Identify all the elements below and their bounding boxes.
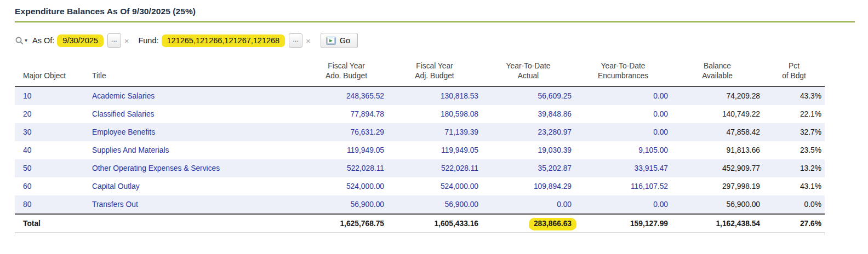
search-dropdown[interactable]: ▾: [15, 36, 27, 45]
cell-ytd-encumbrances: 116,107.52: [575, 177, 671, 195]
fund-clear-icon[interactable]: ×: [306, 37, 311, 45]
ado-budget-link[interactable]: 76,631.29: [351, 128, 384, 136]
major-object-link[interactable]: 60: [23, 182, 31, 190]
cell-major-object: 30: [15, 123, 89, 141]
adj-budget-link[interactable]: 71,139.39: [445, 128, 478, 136]
cell-ytd-actual: 56,609.25: [482, 86, 575, 105]
table-header-row: Major Object Title Fiscal YearAdo. Budge…: [15, 61, 825, 86]
ado-budget-link[interactable]: 248,365.52: [346, 92, 384, 100]
cell-balance-available: 91,813.66: [671, 141, 763, 159]
ytd-encumbrances-link[interactable]: 0.00: [653, 128, 668, 136]
ytd-encumbrances-link[interactable]: 33,915.47: [635, 164, 668, 172]
ytd-actual-link[interactable]: 56,609.25: [538, 92, 572, 100]
title-link[interactable]: Academic Salaries: [92, 92, 155, 100]
cell-pct-of-budget: 22.1%: [763, 105, 825, 123]
ado-budget-link[interactable]: 119,949.05: [347, 146, 384, 154]
cell-balance-available: 47,858.42: [671, 123, 763, 141]
table-row: 50 Other Operating Expenses & Services 5…: [15, 159, 825, 177]
fund-label: Fund:: [138, 36, 158, 45]
as-of-value[interactable]: 9/30/2025: [57, 34, 104, 47]
ytd-encumbrances-link[interactable]: 0.00: [653, 110, 668, 118]
cell-ado-budget: 524,000.00: [305, 177, 387, 195]
cell-balance-available: 452,909.77: [671, 159, 763, 177]
ytd-actual-link[interactable]: 19,030.39: [538, 146, 572, 154]
cell-major-object: 10: [15, 86, 89, 105]
col-header-ytd-actual: Year-To-DateActual: [482, 61, 575, 86]
cell-pct-of-budget: 0.0%: [763, 195, 825, 214]
title-link[interactable]: Classified Salaries: [92, 110, 155, 118]
cell-balance-available: 74,209.28: [671, 86, 763, 105]
cell-major-object: 40: [15, 141, 89, 159]
cell-balance-available: 140,749.22: [671, 105, 763, 123]
title-divider: [15, 21, 855, 22]
major-object-link[interactable]: 50: [23, 164, 31, 172]
ado-budget-link[interactable]: 56,900.00: [351, 200, 384, 209]
fund-picker-button[interactable]: ...: [289, 33, 302, 48]
ytd-encumbrances-link[interactable]: 0.00: [653, 92, 668, 100]
cell-ytd-encumbrances: 0.00: [575, 105, 671, 123]
cell-balance-available: 297,998.19: [671, 177, 763, 195]
fund-value[interactable]: 121265,121266,121267,121268: [162, 34, 285, 47]
cell-major-object: 80: [15, 195, 89, 214]
adj-budget-link[interactable]: 130,818.53: [441, 92, 478, 100]
ytd-actual-link[interactable]: 23,280.97: [538, 128, 572, 136]
cell-adj-budget: 119,949.05: [387, 141, 482, 159]
cell-title: Academic Salaries: [89, 86, 305, 105]
major-object-link[interactable]: 10: [23, 92, 31, 100]
adj-budget-link[interactable]: 524,000.00: [441, 182, 478, 190]
adj-budget-link[interactable]: 522,028.11: [441, 164, 478, 172]
title-link[interactable]: Employee Benefits: [92, 128, 155, 136]
ado-budget-link[interactable]: 522,028.11: [347, 164, 384, 172]
ado-budget-link[interactable]: 524,000.00: [346, 182, 384, 190]
cell-major-object: 50: [15, 159, 89, 177]
page-title: Expenditure Balances As Of 9/30/2025 (25…: [15, 7, 855, 16]
ytd-actual-link[interactable]: 109,894.29: [534, 182, 572, 190]
chevron-down-icon: ▾: [25, 38, 27, 43]
as-of-clear-icon[interactable]: ×: [124, 37, 129, 45]
cell-adj-budget: 180,598.08: [387, 105, 482, 123]
adj-budget-link[interactable]: 119,949.05: [441, 146, 478, 154]
search-icon: [15, 36, 24, 45]
title-link[interactable]: Capital Outlay: [92, 182, 140, 190]
col-header-title: Title: [89, 61, 305, 86]
major-object-link[interactable]: 30: [23, 128, 31, 136]
title-link[interactable]: Other Operating Expenses & Services: [92, 164, 220, 172]
cell-ado-budget: 119,949.05: [305, 141, 387, 159]
cell-adj-budget: 130,818.53: [387, 86, 482, 105]
as-of-picker-button[interactable]: ...: [107, 33, 121, 48]
cell-ado-budget: 522,028.11: [305, 159, 387, 177]
go-button[interactable]: Go: [321, 33, 358, 48]
cell-ytd-encumbrances: 9,105.00: [575, 141, 671, 159]
ytd-actual-link[interactable]: 35,202.87: [538, 164, 572, 172]
expenditure-balances-page: Expenditure Balances As Of 9/30/2025 (25…: [0, 0, 868, 233]
major-object-link[interactable]: 40: [23, 146, 31, 154]
col-header-pct-of-bdgt: Pctof Bdgt: [763, 61, 825, 86]
table-row: 80 Transfers Out 56,900.00 56,900.00 0.0…: [15, 195, 825, 214]
title-link[interactable]: Transfers Out: [92, 200, 138, 209]
table-row: 30 Employee Benefits 76,631.29 71,139.39…: [15, 123, 825, 141]
title-link[interactable]: Supplies And Materials: [92, 146, 169, 154]
ytd-encumbrances-link[interactable]: 0.00: [653, 200, 668, 209]
ytd-actual-link[interactable]: 0.00: [557, 200, 572, 209]
table-row: 10 Academic Salaries 248,365.52 130,818.…: [15, 86, 825, 105]
expenditure-balances-table: Major Object Title Fiscal YearAdo. Budge…: [15, 61, 825, 233]
cell-title: Classified Salaries: [89, 105, 305, 123]
ado-budget-link[interactable]: 77,894.78: [351, 110, 384, 118]
ytd-encumbrances-link[interactable]: 116,107.52: [631, 182, 668, 190]
cell-ado-budget: 56,900.00: [305, 195, 387, 214]
cell-ytd-actual: 0.00: [482, 195, 575, 214]
total-title-spacer: [89, 214, 305, 233]
major-object-link[interactable]: 20: [23, 110, 31, 118]
cell-balance-available: 56,900.00: [671, 195, 763, 214]
total-ytd-encumbrances: 159,127.99: [575, 214, 671, 233]
cell-pct-of-budget: 23.5%: [763, 141, 825, 159]
cell-title: Employee Benefits: [89, 123, 305, 141]
go-button-label: Go: [340, 36, 350, 45]
ytd-encumbrances-link[interactable]: 9,105.00: [638, 146, 668, 154]
cell-pct-of-budget: 43.1%: [763, 177, 825, 195]
filter-bar: ▾ As Of: 9/30/2025 ... × Fund: 121265,12…: [15, 32, 855, 49]
adj-budget-link[interactable]: 56,900.00: [445, 200, 478, 209]
adj-budget-link[interactable]: 180,598.08: [441, 110, 478, 118]
major-object-link[interactable]: 80: [23, 200, 31, 209]
ytd-actual-link[interactable]: 39,848.86: [538, 110, 572, 118]
